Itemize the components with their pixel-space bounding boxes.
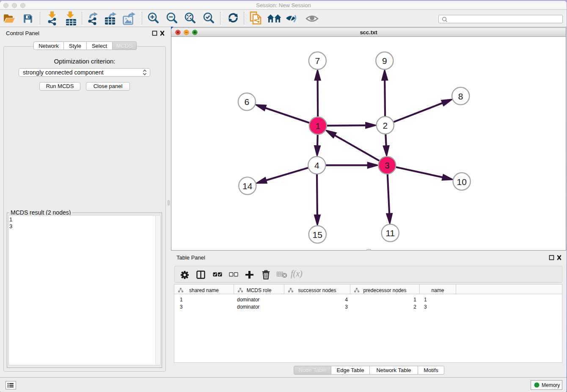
svg-text:7: 7 — [315, 56, 320, 66]
svg-text:11: 11 — [385, 228, 395, 238]
svg-text:8: 8 — [458, 91, 463, 101]
svg-text:4: 4 — [314, 160, 319, 170]
svg-text:6: 6 — [245, 97, 250, 107]
svg-text:3: 3 — [385, 160, 390, 170]
svg-text:9: 9 — [382, 56, 387, 66]
svg-text:1: 1 — [315, 121, 320, 131]
svg-text:10: 10 — [457, 177, 467, 187]
svg-text:2: 2 — [383, 121, 388, 130]
svg-text:15: 15 — [313, 230, 322, 240]
svg-text:14: 14 — [242, 181, 253, 191]
